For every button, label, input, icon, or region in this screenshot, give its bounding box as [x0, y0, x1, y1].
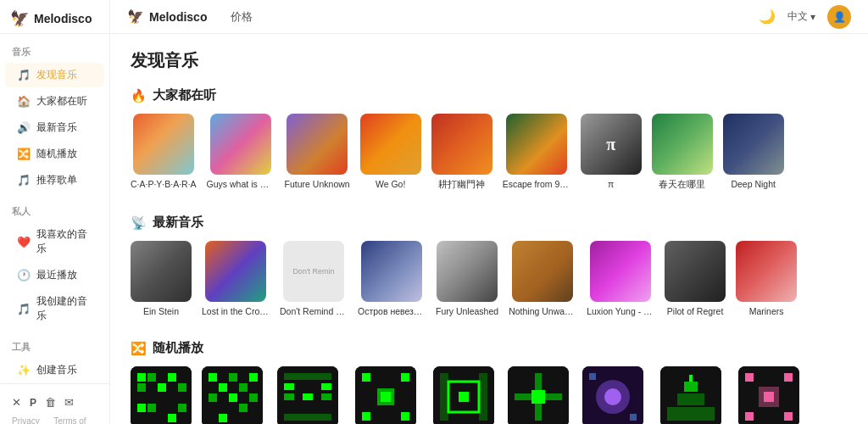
thumb-pixel5 — [433, 366, 494, 424]
music-label: Lost in the Crowd — [202, 306, 270, 316]
music-label: We Go! — [360, 179, 421, 189]
thumb-moon — [361, 241, 422, 302]
sidebar-item-recent[interactable]: 🕐 最近播放 — [5, 263, 104, 287]
latest-card-6[interactable]: Luxion Yung - Br... — [587, 241, 654, 316]
list-icon: 🎵 — [17, 174, 31, 187]
thumb-firework — [590, 241, 651, 302]
thumb-pixel4 — [355, 366, 416, 424]
popular-card-8[interactable]: Deep Night — [723, 114, 784, 191]
popular-card-0[interactable]: C·A·P·Y·B·A·R·A — [131, 114, 197, 191]
email-icon[interactable]: ✉ — [64, 396, 74, 409]
music-label: C·A·P·Y·B·A·R·A — [131, 179, 197, 189]
music-label: Escape from 9 to... — [503, 179, 570, 189]
svg-rect-28 — [321, 393, 331, 400]
random-card-0[interactable]: 梅千しの創 — [131, 366, 192, 424]
svg-rect-59 — [745, 412, 754, 421]
random-card-3[interactable]: Echoes of Rebelli... — [352, 366, 420, 424]
svg-rect-31 — [362, 373, 370, 382]
music-note-icon: 🎵 — [17, 69, 31, 81]
svg-rect-5 — [158, 383, 166, 392]
sidebar-item-label: 发现音乐 — [36, 68, 77, 82]
sparkle-icon: ✨ — [17, 364, 31, 377]
popular-card-3[interactable]: We Go! — [360, 114, 421, 191]
logo-icon: 🦅 — [10, 9, 29, 28]
random-grid: 梅千しの創 — [131, 366, 848, 424]
terms-link[interactable]: Terms of Service — [53, 416, 97, 424]
popular-card-7[interactable]: 春天在哪里 — [652, 114, 713, 191]
thumb-phoenix — [360, 114, 421, 175]
latest-card-1[interactable]: Lost in the Crowd — [202, 241, 270, 316]
privacy-link[interactable]: Privacy Policy — [12, 416, 48, 424]
latest-card-2[interactable]: Don't Remin Don't Remind M... — [280, 241, 348, 316]
svg-rect-26 — [284, 393, 294, 400]
sidebar-item-latest[interactable]: 🔊 最新音乐 — [5, 115, 104, 140]
svg-rect-53 — [677, 393, 704, 405]
random-card-1[interactable]: Rosée d'Étoiles — [202, 366, 264, 424]
random-card-8[interactable]: Askari, O0vervin... — [735, 366, 803, 424]
discord-icon[interactable]: 🗑 — [45, 396, 56, 409]
svg-rect-8 — [147, 404, 156, 412]
dark-mode-icon[interactable]: 🌙 — [759, 8, 776, 25]
section-random-header: 🔀 随机播放 — [131, 340, 848, 356]
popular-card-1[interactable]: Guys what is wr... — [207, 114, 275, 191]
thumb-pixel7 — [582, 366, 643, 424]
music-label: Deep Night — [723, 179, 784, 189]
lang-label: 中文 — [787, 9, 808, 24]
sidebar-item-created[interactable]: 🎵 我创建的音乐 — [5, 289, 104, 328]
section-random: 🔀 随机播放 — [131, 340, 848, 424]
popular-card-4[interactable]: 耕打幽門神 — [431, 114, 492, 191]
random-card-2[interactable]: Sixty Seconds to... — [274, 366, 342, 424]
svg-rect-50 — [630, 414, 637, 421]
svg-rect-34 — [401, 412, 409, 421]
sidebar-item-label: 最近播放 — [36, 268, 77, 282]
random-card-7[interactable]: Triumph Over So... — [657, 366, 725, 424]
svg-rect-32 — [401, 373, 409, 382]
svg-rect-52 — [667, 407, 715, 421]
popular-card-6[interactable]: π π — [581, 114, 642, 191]
svg-rect-9 — [168, 414, 176, 422]
sidebar: 🦅 Melodisco 音乐 🎵 发现音乐 🏠 大家都在听 🔊 最新音乐 🔀 随… — [0, 0, 110, 424]
user-icon: 👤 — [833, 11, 846, 23]
latest-card-0[interactable]: Ein Stein — [131, 241, 192, 316]
random-card-5[interactable]: Pixelated Duel — [508, 366, 569, 424]
thumb-pixel6 — [508, 366, 569, 424]
chevron-down-icon: ▾ — [810, 11, 815, 23]
section-random-label: 随机播放 — [153, 340, 203, 356]
random-card-6[interactable]: Cahaya Abadi (... — [579, 366, 647, 424]
fire-icon: 🔥 — [131, 88, 147, 103]
thumb-city — [287, 114, 348, 175]
sidebar-item-favorites[interactable]: ❤️ 我喜欢的音乐 — [5, 222, 104, 261]
sidebar-item-random[interactable]: 🔀 随机播放 — [5, 142, 104, 166]
svg-rect-19 — [249, 393, 258, 402]
topbar-logo-icon: 🦅 — [127, 8, 144, 25]
sidebar-item-create[interactable]: ✨ 创建音乐 — [5, 358, 104, 382]
shuffle-icon: 🔀 — [17, 148, 31, 160]
user-button[interactable]: 👤 — [827, 5, 851, 29]
twitter-icon[interactable]: ✕ — [12, 396, 21, 409]
topbar-left: 🦅 Melodisco 价格 — [127, 8, 253, 25]
music-label: Ein Stein — [131, 306, 192, 316]
popular-card-2[interactable]: Future Unknown — [285, 114, 350, 191]
nav-item-pricing[interactable]: 价格 — [231, 9, 253, 25]
language-selector[interactable]: 中文 ▾ — [787, 9, 815, 24]
sidebar-item-popular[interactable]: 🏠 大家都在听 — [5, 89, 104, 114]
sidebar-item-recommended[interactable]: 🎵 推荐歌单 — [5, 168, 104, 192]
random-card-4[interactable]: Heartbeat Seren... — [430, 366, 498, 424]
svg-rect-33 — [362, 412, 370, 421]
producthunt-icon[interactable]: P — [30, 397, 36, 409]
music-created-icon: 🎵 — [17, 303, 31, 315]
svg-rect-62 — [764, 392, 774, 402]
home-icon: 🏠 — [17, 95, 31, 108]
popular-card-5[interactable]: Escape from 9 to... — [503, 114, 570, 191]
latest-card-3[interactable]: Остров невезен... — [358, 241, 426, 316]
latest-card-8[interactable]: Mariners — [736, 241, 797, 316]
svg-rect-12 — [209, 373, 217, 382]
thumb-bw: π — [581, 114, 642, 175]
section-latest: 📡 最新音乐 Ein Stein Lost in the Crowd Don't… — [131, 215, 848, 320]
sidebar-item-discover[interactable]: 🎵 发现音乐 — [5, 63, 104, 87]
latest-card-4[interactable]: Fury Unleashed — [436, 241, 498, 316]
latest-card-7[interactable]: Pilot of Regret — [665, 241, 726, 316]
svg-rect-49 — [589, 373, 596, 380]
section-popular-label: 大家都在听 — [153, 87, 216, 103]
latest-card-5[interactable]: Nothing Unwant... — [509, 241, 576, 316]
